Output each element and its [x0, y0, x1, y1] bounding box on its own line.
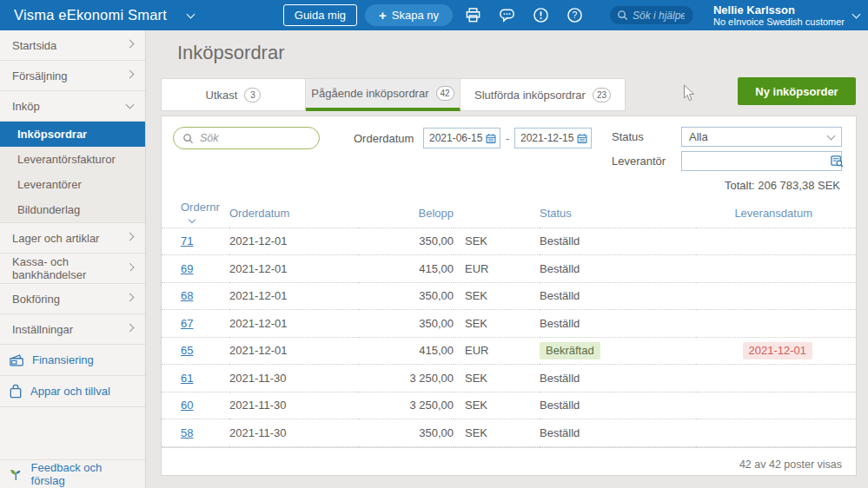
delivery-date [696, 419, 856, 447]
notifications-icon[interactable] [528, 4, 554, 27]
sidebar-item-inkop[interactable]: Inköp [0, 91, 145, 122]
sidebar-item-bildunderlag[interactable]: Bildunderlag [0, 197, 145, 222]
order-link[interactable]: 71 [181, 234, 193, 247]
app-window: Visma eEkonomi Smart Guida mig + Skapa n… [0, 0, 868, 488]
sidebar-item-installningar[interactable]: Inställningar [0, 314, 145, 345]
order-amount: 350,00 [358, 419, 454, 447]
orders-table: Ordernr Orderdatum Belopp Status Leveran… [162, 200, 856, 447]
table-search [173, 127, 320, 149]
status-select[interactable]: Alla [681, 127, 842, 147]
tab-count-badge: 3 [244, 88, 261, 102]
tab-label: Utkast [206, 89, 238, 102]
sidebar-item-finansiering[interactable]: Finansiering [0, 345, 145, 376]
order-date: 2021-12-01 [229, 337, 358, 365]
svg-text:?: ? [573, 10, 578, 20]
table-search-input[interactable] [200, 132, 304, 144]
user-company: No eInvoice Swedish customer [713, 16, 845, 28]
header-label: Ordernr [181, 201, 220, 214]
chevron-right-icon [126, 233, 135, 241]
order-currency: SEK [454, 282, 540, 310]
sidebar-label: Bokföring [12, 293, 60, 306]
order-status: Beställd [540, 282, 696, 310]
delivery-date [696, 365, 856, 392]
delivery-date [696, 310, 856, 338]
chat-icon[interactable] [494, 4, 520, 27]
header-status[interactable]: Status [540, 200, 696, 228]
order-status: Beställd [540, 419, 696, 447]
sidebar-item-forsaljning[interactable]: Försäljning [0, 61, 145, 91]
order-link[interactable]: 67 [181, 317, 193, 330]
sidebar-item-inkopsordrar[interactable]: Inköpsordrar [0, 122, 145, 147]
date-to-input[interactable] [520, 132, 574, 144]
search-icon [182, 133, 194, 144]
chevron-down-icon [852, 10, 861, 18]
sidebar-item-appar[interactable]: Appar och tillval [0, 376, 145, 407]
date-from-field [423, 128, 500, 148]
calendar-icon[interactable] [486, 132, 496, 145]
user-menu[interactable]: Nellie Karlsson No eInvoice Swedish cust… [713, 3, 859, 28]
sidebar: Startsida Försäljning Inköp Inköpsordrar… [0, 30, 146, 488]
order-date: 2021-11-30 [229, 365, 358, 392]
seedling-icon [9, 467, 23, 482]
supplier-lookup-icon[interactable] [827, 155, 846, 168]
order-currency: SEK [454, 228, 540, 255]
search-icon [617, 10, 628, 21]
sidebar-label: Bildunderlag [17, 203, 80, 216]
order-status: Beställd [540, 310, 696, 338]
table-row: 60 2021-11-30 3 250,00 SEK Beställd [162, 392, 856, 419]
sidebar-label: Appar och tillval [30, 385, 110, 398]
app-title: Visma eEkonomi Smart [14, 7, 167, 23]
orders-panel: Orderdatum - [161, 115, 857, 476]
order-status: Beställd [540, 392, 696, 419]
header-belopp[interactable]: Belopp [358, 200, 454, 228]
help-icon[interactable]: ? [562, 4, 588, 27]
tab-slutforda-inkopsordrar[interactable]: Slutförda inköpsordrar 23 [461, 78, 626, 111]
sidebar-label: Startsida [12, 39, 56, 52]
order-amount: 3 250,00 [358, 392, 454, 419]
sidebar-item-feedback[interactable]: Feedback och förslag [0, 459, 145, 488]
app-switcher[interactable]: Visma eEkonomi Smart [0, 7, 208, 23]
sidebar-item-kassa[interactable]: Kassa- och bankhändelser [0, 254, 145, 284]
table-row: 71 2021-12-01 350,00 SEK Beställd [162, 228, 856, 255]
sort-desc-icon [189, 216, 195, 223]
order-link[interactable]: 61 [181, 372, 193, 385]
order-amount: 350,00 [358, 282, 454, 310]
order-currency: SEK [454, 310, 540, 338]
sidebar-item-lager[interactable]: Lager och artiklar [0, 223, 145, 254]
tab-bar: Utkast 3 Pågående inköpsordrar 42 Slutfö… [161, 78, 626, 111]
orderdate-label: Orderdatum [354, 132, 414, 145]
create-new-button[interactable]: + Skapa ny [365, 4, 453, 26]
date-from-input[interactable] [429, 132, 483, 144]
order-status: Beställd [540, 255, 696, 283]
header-orderdatum[interactable]: Orderdatum [229, 200, 358, 228]
table-row: 67 2021-12-01 350,00 SEK Beställd [162, 310, 856, 338]
page-title: Inköpsordrar [177, 42, 285, 64]
order-link[interactable]: 58 [181, 426, 193, 439]
order-amount: 350,00 [358, 228, 454, 255]
order-link[interactable]: 69 [181, 262, 193, 275]
sidebar-item-leverantorsfakturor[interactable]: Leverantörsfakturor [0, 147, 145, 172]
chevron-right-icon [126, 40, 135, 49]
header-currency [454, 200, 540, 228]
tab-pagaende-inkopsordrar[interactable]: Pågående inköpsordrar 42 [306, 78, 461, 111]
sidebar-item-leverantorer[interactable]: Leverantörer [0, 172, 145, 197]
header-leveransdatum[interactable]: Leveransdatum [696, 200, 856, 228]
order-link[interactable]: 65 [181, 344, 193, 357]
calendar-icon[interactable] [577, 132, 587, 145]
tab-count-badge: 42 [436, 86, 454, 101]
chevron-down-icon [827, 131, 836, 140]
header-ordernr[interactable]: Ordernr [162, 200, 229, 228]
order-amount: 415,00 [358, 337, 454, 365]
tab-utkast[interactable]: Utkast 3 [161, 78, 306, 111]
print-icon[interactable] [461, 4, 487, 27]
table-row: 58 2021-11-30 350,00 SEK Beställd [162, 419, 856, 447]
late-delivery-badge: 2021-12-01 [743, 342, 813, 359]
order-link[interactable]: 68 [181, 289, 193, 302]
sidebar-item-bokforing[interactable]: Bokföring [0, 284, 145, 314]
guide-me-button[interactable]: Guida mig [283, 4, 357, 26]
sidebar-label: Inställningar [12, 323, 73, 336]
order-link[interactable]: 60 [181, 399, 193, 412]
new-purchase-order-button[interactable]: Ny inköpsorder [738, 77, 856, 105]
sidebar-item-startsida[interactable]: Startsida [0, 30, 145, 61]
supplier-input[interactable] [682, 155, 827, 168]
